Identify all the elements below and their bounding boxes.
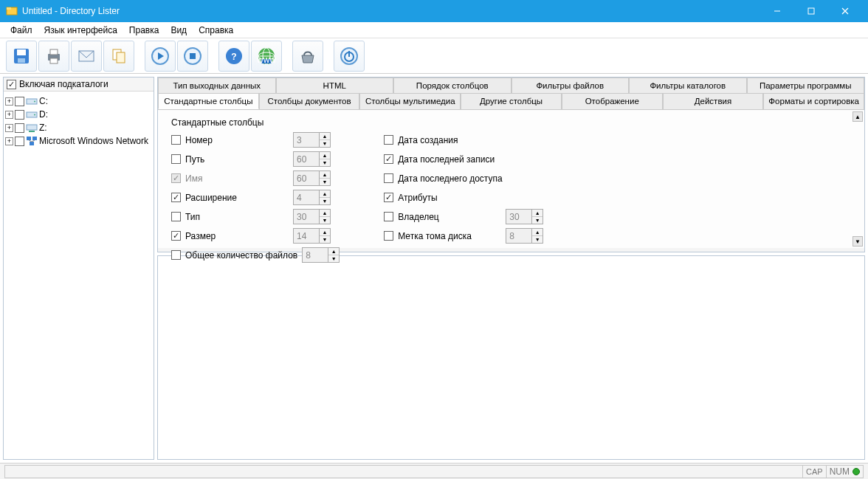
owner-input[interactable] <box>506 209 532 224</box>
spin-up-icon[interactable]: ▲ <box>320 190 330 198</box>
spin-up-icon[interactable]: ▲ <box>320 229 330 236</box>
menu-view[interactable]: Вид <box>165 23 193 38</box>
size-input[interactable] <box>293 228 320 244</box>
tab-standard-columns[interactable]: Стандартные столбцы <box>158 93 259 109</box>
tree-node-label[interactable]: Microsoft Windows Network <box>39 136 148 146</box>
attributes-label: Атрибуты <box>398 193 501 203</box>
extension-checkbox[interactable] <box>171 193 181 202</box>
spin-up-icon[interactable]: ▲ <box>320 171 330 179</box>
tab-formats-sort[interactable]: Форматы и сортировка <box>763 93 864 109</box>
tab-actions[interactable]: Действия <box>663 93 764 109</box>
menu-file[interactable]: Файл <box>4 23 38 38</box>
attributes-checkbox[interactable] <box>384 193 393 202</box>
type-input[interactable] <box>293 209 320 224</box>
tab-dir-filters[interactable]: Фильтры каталогов <box>629 77 747 93</box>
spin-up-icon[interactable]: ▲ <box>328 248 339 255</box>
svg-rect-36 <box>27 137 31 140</box>
titlebar: Untitled - Directory Lister <box>0 0 868 22</box>
spin-down-icon[interactable]: ▼ <box>320 198 330 204</box>
path-checkbox[interactable] <box>171 154 181 164</box>
total-files-input[interactable] <box>302 247 328 263</box>
path-input[interactable] <box>293 151 320 167</box>
spin-down-icon[interactable]: ▼ <box>328 255 339 262</box>
spin-up-icon[interactable]: ▲ <box>320 210 330 217</box>
window-title: Untitled - Directory Lister <box>22 6 760 16</box>
type-checkbox[interactable] <box>171 212 181 221</box>
tree-node-checkbox[interactable] <box>15 123 24 133</box>
spin-down-icon[interactable]: ▼ <box>320 159 330 166</box>
tab-column-order[interactable]: Порядок столбцов <box>393 77 512 93</box>
total-files-checkbox[interactable] <box>171 250 181 260</box>
tab-display[interactable]: Отображение <box>562 93 663 109</box>
volume-label-checkbox[interactable] <box>384 231 393 241</box>
panel-scroll-up[interactable]: ▲ <box>852 111 863 122</box>
svg-rect-35 <box>29 131 35 132</box>
menu-edit[interactable]: Правка <box>123 23 165 38</box>
tab-output-type[interactable]: Тип выходных данных <box>158 77 276 93</box>
volume-label-label: Метка тома диска <box>398 231 501 241</box>
maximize-button[interactable] <box>794 0 828 22</box>
network-drive-icon <box>26 122 38 134</box>
minimize-button[interactable] <box>760 0 794 22</box>
close-button[interactable] <box>828 0 862 22</box>
spin-down-icon[interactable]: ▼ <box>532 217 542 224</box>
volume-label-input[interactable] <box>506 228 532 244</box>
date-modified-label: Дата последней записи <box>398 154 501 165</box>
tab-file-filters[interactable]: Фильтры файлов <box>512 77 630 93</box>
panel-scroll-down[interactable]: ▼ <box>852 236 863 247</box>
email-button[interactable] <box>71 41 102 72</box>
date-created-checkbox[interactable] <box>384 135 393 145</box>
save-button[interactable] <box>6 41 37 72</box>
tree-expand-icon[interactable]: + <box>5 137 13 145</box>
spin-up-icon[interactable]: ▲ <box>320 133 330 140</box>
spin-down-icon[interactable]: ▼ <box>320 236 330 243</box>
tab-html[interactable]: HTML <box>276 77 394 93</box>
power-button[interactable] <box>334 41 365 72</box>
basket-button[interactable] <box>292 41 323 72</box>
svg-rect-18 <box>190 53 196 59</box>
include-subdirs-checkbox[interactable] <box>7 80 16 89</box>
svg-rect-38 <box>30 142 34 145</box>
tree-expand-icon[interactable]: + <box>5 111 13 119</box>
stop-button[interactable] <box>177 41 208 72</box>
copy-button[interactable] <box>103 41 134 72</box>
svg-rect-11 <box>50 58 58 63</box>
owner-checkbox[interactable] <box>384 212 393 221</box>
spin-up-icon[interactable]: ▲ <box>532 210 542 217</box>
status-num: NUM <box>826 465 864 478</box>
spin-down-icon[interactable]: ▼ <box>320 179 330 185</box>
web-button[interactable]: www <box>251 41 282 72</box>
tree-node-checkbox[interactable] <box>15 110 24 120</box>
menu-help[interactable]: Справка <box>193 23 239 38</box>
total-files-label: Общее количество файлов <box>185 250 297 261</box>
tree-expand-icon[interactable]: + <box>5 97 13 106</box>
tab-multimedia-columns[interactable]: Столбцы мультимедиа <box>359 93 461 109</box>
extension-input[interactable] <box>293 190 320 205</box>
run-button[interactable] <box>145 41 176 72</box>
spin-down-icon[interactable]: ▼ <box>320 217 330 224</box>
spin-up-icon[interactable]: ▲ <box>532 229 542 236</box>
tree-node-checkbox[interactable] <box>15 137 24 146</box>
help-button[interactable]: ? <box>218 41 249 72</box>
spin-up-icon[interactable]: ▲ <box>320 152 330 159</box>
spin-down-icon[interactable]: ▼ <box>320 140 330 147</box>
number-input[interactable] <box>293 132 320 148</box>
svg-point-33 <box>34 114 35 116</box>
drive-tree[interactable]: + C: + D: + Z: + Microsoft Win <box>4 92 154 459</box>
tree-node-label[interactable]: Z: <box>39 123 47 133</box>
tree-node-label[interactable]: C: <box>39 96 48 106</box>
svg-rect-34 <box>27 125 37 130</box>
tree-expand-icon[interactable]: + <box>5 124 13 132</box>
tab-program-params[interactable]: Параметры программы <box>747 77 865 93</box>
tree-node-checkbox[interactable] <box>15 97 24 106</box>
print-button[interactable] <box>38 41 69 72</box>
tab-other-columns[interactable]: Другие столбцы <box>461 93 562 109</box>
date-modified-checkbox[interactable] <box>384 154 393 164</box>
size-checkbox[interactable] <box>171 231 181 241</box>
spin-down-icon[interactable]: ▼ <box>532 236 542 243</box>
date-accessed-checkbox[interactable] <box>384 173 393 183</box>
menu-language[interactable]: Язык интерфейса <box>38 23 123 38</box>
tab-document-columns[interactable]: Столбцы документов <box>259 93 360 109</box>
number-checkbox[interactable] <box>171 135 181 145</box>
tree-node-label[interactable]: D: <box>39 109 48 120</box>
